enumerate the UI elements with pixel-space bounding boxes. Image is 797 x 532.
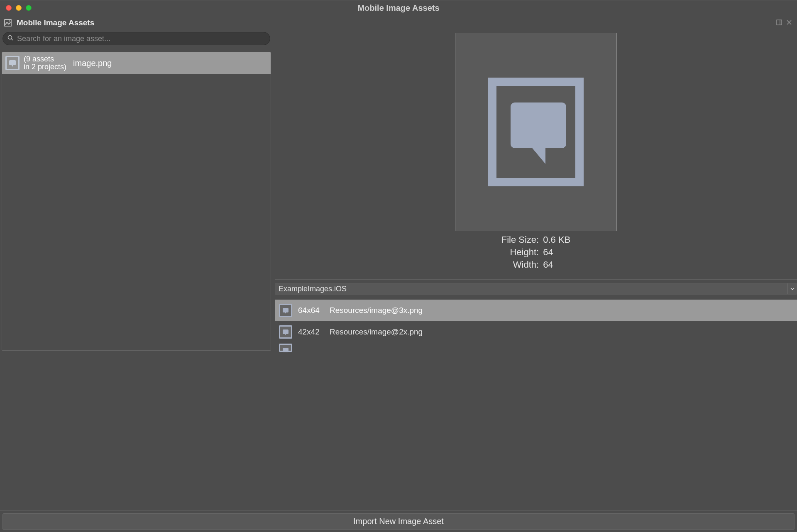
- variant-size-label: 64x64: [298, 306, 324, 315]
- project-select[interactable]: ExampleImages.iOS: [275, 283, 797, 295]
- variant-row[interactable]: [275, 343, 797, 353]
- width-label: Width:: [501, 259, 539, 270]
- traffic-lights: [0, 5, 32, 11]
- svg-line-7: [12, 39, 13, 40]
- asset-thumbnail-icon: [5, 56, 20, 70]
- search-input[interactable]: [17, 34, 266, 43]
- variant-row[interactable]: 64x64 Resources/image@3x.png: [275, 300, 797, 321]
- project-select-value: ExampleImages.iOS: [275, 283, 787, 294]
- variant-thumbnail-icon: [279, 344, 292, 352]
- panel-toolbar: Mobile Image Assets: [0, 15, 797, 30]
- window-title: Mobile Image Assets: [0, 3, 797, 13]
- chevron-down-icon[interactable]: [787, 283, 797, 294]
- image-assets-icon: [4, 19, 12, 27]
- search-field[interactable]: [2, 32, 270, 45]
- variant-size-label: 42x42: [298, 327, 324, 337]
- image-metadata: File Size: 0.6 KB Height: 64 Width: 64: [501, 234, 571, 270]
- search-icon: [7, 34, 14, 43]
- preview-frame: [455, 33, 617, 231]
- variant-row[interactable]: 42x42 Resources/image@2x.png: [275, 321, 797, 343]
- preview-area: File Size: 0.6 KB Height: 64 Width: 64: [275, 30, 797, 275]
- window-root: Mobile Image Assets Mobile Image Assets: [0, 0, 797, 532]
- height-value: 64: [543, 247, 570, 258]
- width-value: 64: [543, 259, 570, 270]
- import-new-image-asset-button[interactable]: Import New Image Asset: [2, 513, 795, 530]
- asset-count-label: (9 assets in 2 projects): [24, 55, 66, 71]
- svg-rect-2: [777, 20, 782, 25]
- close-window-button[interactable]: [6, 5, 12, 11]
- minimize-window-button[interactable]: [16, 5, 22, 11]
- variant-thumbnail-icon: [279, 304, 292, 317]
- svg-point-6: [8, 35, 12, 39]
- zoom-window-button[interactable]: [26, 5, 32, 11]
- variant-thumbnail-icon: [279, 325, 292, 339]
- close-panel-icon[interactable]: [786, 19, 792, 24]
- dock-panel-icon[interactable]: [776, 19, 782, 24]
- variant-path-label: Resources/image@3x.png: [330, 306, 423, 315]
- asset-row[interactable]: (9 assets in 2 projects) image.png: [2, 52, 271, 74]
- file-size-label: File Size:: [501, 234, 539, 245]
- variant-list[interactable]: 64x64 Resources/image@3x.png 42x42 Resou…: [275, 300, 797, 510]
- asset-list[interactable]: (9 assets in 2 projects) image.png: [2, 52, 271, 351]
- left-pane: (9 assets in 2 projects) image.png: [0, 30, 273, 510]
- main-split: (9 assets in 2 projects) image.png: [0, 30, 797, 510]
- panel-title: Mobile Image Assets: [17, 18, 94, 27]
- footer: Import New Image Asset: [0, 510, 797, 532]
- titlebar: Mobile Image Assets: [0, 0, 797, 15]
- preview-image-icon: [488, 78, 584, 186]
- variant-path-label: Resources/image@2x.png: [330, 327, 423, 337]
- right-pane: File Size: 0.6 KB Height: 64 Width: 64 E…: [275, 30, 797, 510]
- height-label: Height:: [501, 247, 539, 258]
- section-divider: [275, 279, 797, 280]
- svg-point-1: [9, 20, 10, 22]
- panel-window-controls: [776, 19, 792, 24]
- file-size-value: 0.6 KB: [543, 234, 570, 245]
- asset-name-label: image.png: [71, 59, 112, 68]
